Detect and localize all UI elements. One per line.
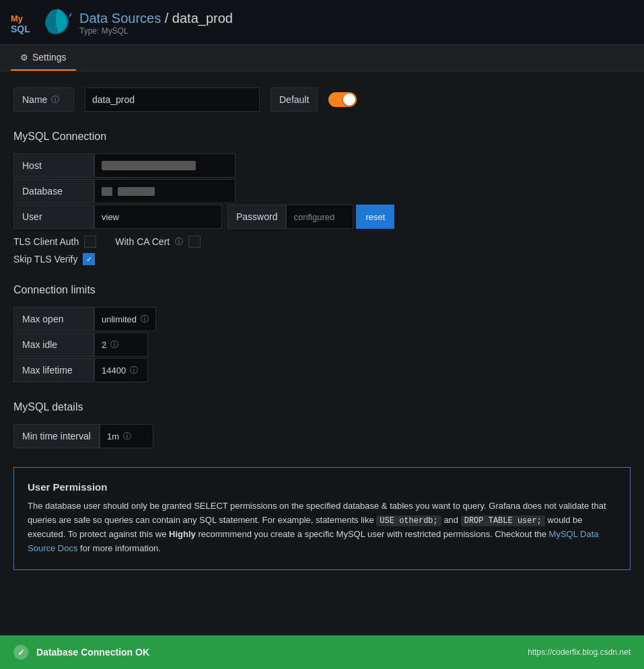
settings-icon: ⚙ xyxy=(20,52,28,63)
with-ca-cert-label: With CA Cert xyxy=(115,236,170,247)
skip-tls-row: Skip TLS Verify xyxy=(13,253,631,265)
connection-ok-message: Database Connection OK xyxy=(36,647,149,658)
permission-text-4: recommmend you create a specific MySQL u… xyxy=(196,529,549,539)
max-idle-row: Max idle 2 ⓘ xyxy=(13,332,631,357)
max-lifetime-label: Max lifetime xyxy=(13,358,94,382)
tls-client-auth-field: TLS Client Auth xyxy=(13,236,96,248)
data-sources-link[interactable]: Data Sources xyxy=(79,11,161,26)
permission-text-2: and xyxy=(441,515,461,525)
toggle-track xyxy=(328,92,357,107)
max-open-label: Max open xyxy=(13,307,94,331)
max-idle-label: Max idle xyxy=(13,332,94,357)
min-time-interval-row: Min time interval 1m ⓘ xyxy=(13,424,631,448)
max-open-input[interactable]: unlimited ⓘ xyxy=(94,307,156,331)
name-label: Name ⓘ xyxy=(13,87,74,112)
with-ca-cert-checkbox[interactable] xyxy=(188,236,201,248)
logo-area: My SQL xyxy=(11,8,71,38)
max-idle-info-icon[interactable]: ⓘ xyxy=(110,339,118,351)
header: My SQL Data Sources / data_prod Type: My… xyxy=(0,0,644,45)
user-permission-text: The database user should only be granted… xyxy=(28,499,616,556)
with-ca-cert-field: With CA Cert ⓘ xyxy=(115,236,201,248)
svg-text:My: My xyxy=(11,13,24,24)
password-label: Password xyxy=(227,205,286,229)
database-row: Database xyxy=(13,179,631,203)
skip-tls-verify-checkbox[interactable] xyxy=(83,253,95,265)
max-lifetime-row: Max lifetime 14400 ⓘ xyxy=(13,358,631,382)
mysql-connection-section: MySQL Connection Host Database User Pass… xyxy=(13,131,631,265)
connection-ok-banner: ✓ Database Connection OK https://coderfi… xyxy=(0,635,644,669)
breadcrumb-separator: / xyxy=(165,11,172,26)
breadcrumb-subtitle: Type: MySQL xyxy=(79,26,129,36)
skip-tls-verify-field: Skip TLS Verify xyxy=(13,253,95,265)
reset-button[interactable]: reset xyxy=(356,205,394,229)
host-masked xyxy=(102,161,196,170)
min-time-interval-label: Min time interval xyxy=(13,424,100,448)
ca-cert-info-icon[interactable]: ⓘ xyxy=(175,236,183,248)
connection-limits-section: Connection limits Max open unlimited ⓘ M… xyxy=(13,284,631,382)
max-idle-input[interactable]: 2 ⓘ xyxy=(94,332,148,357)
max-open-info-icon[interactable]: ⓘ xyxy=(141,314,149,325)
user-input[interactable] xyxy=(94,205,222,229)
toggle-thumb xyxy=(343,94,355,106)
tab-settings[interactable]: ⚙ Settings xyxy=(11,45,76,71)
name-info-icon[interactable]: ⓘ xyxy=(51,94,59,106)
name-input[interactable] xyxy=(85,87,260,112)
user-password-row: User Password configured reset xyxy=(13,205,631,229)
permission-text-5: for more information. xyxy=(77,543,161,553)
mysql-details-section: MySQL details Min time interval 1m ⓘ xyxy=(13,401,631,448)
permission-bold: Highly xyxy=(169,529,196,539)
tab-settings-label: Settings xyxy=(32,52,67,63)
mysql-connection-title: MySQL Connection xyxy=(13,131,631,143)
password-value: configured xyxy=(286,205,353,229)
host-input[interactable] xyxy=(94,153,236,178)
database-label: Database xyxy=(13,179,94,203)
svg-text:SQL: SQL xyxy=(11,24,30,34)
default-toggle[interactable] xyxy=(328,92,357,107)
max-open-row: Max open unlimited ⓘ xyxy=(13,307,631,331)
user-permission-title: User Permission xyxy=(28,481,616,493)
connection-ok-left: ✓ Database Connection OK xyxy=(13,645,149,660)
host-label: Host xyxy=(13,153,94,178)
mysql-details-title: MySQL details xyxy=(13,401,631,413)
permission-code-1: USE otherdb; xyxy=(376,516,441,526)
skip-tls-verify-label: Skip TLS Verify xyxy=(13,254,77,265)
host-row: Host xyxy=(13,153,631,178)
min-time-interval-value: 1m xyxy=(107,431,119,442)
breadcrumb-title: Data Sources / data_prod xyxy=(79,11,233,26)
connection-ok-url: https://coderfix.blog.csdn.net xyxy=(528,647,631,657)
tls-client-auth-checkbox[interactable] xyxy=(84,236,96,248)
min-time-interval-info-icon[interactable]: ⓘ xyxy=(123,431,131,442)
main-content: Name ⓘ Default MySQL Connection Host Dat… xyxy=(0,71,644,600)
max-lifetime-value: 14400 xyxy=(102,365,126,376)
min-time-interval-input[interactable]: 1m ⓘ xyxy=(100,424,153,448)
max-lifetime-info-icon[interactable]: ⓘ xyxy=(130,365,138,376)
tls-client-auth-label: TLS Client Auth xyxy=(13,236,79,247)
default-label-text: Default xyxy=(279,94,309,105)
user-label: User xyxy=(13,205,94,229)
tls-row: TLS Client Auth With CA Cert ⓘ xyxy=(13,236,631,248)
default-label: Default xyxy=(271,87,318,112)
breadcrumb-page: data_prod xyxy=(172,11,233,26)
max-lifetime-input[interactable]: 14400 ⓘ xyxy=(94,358,148,382)
tab-bar: ⚙ Settings xyxy=(0,45,644,71)
connection-ok-icon: ✓ xyxy=(13,645,28,660)
name-label-text: Name xyxy=(22,94,47,105)
breadcrumb: Data Sources / data_prod Type: MySQL xyxy=(79,11,233,36)
name-row: Name ⓘ Default xyxy=(13,87,631,112)
max-open-value: unlimited xyxy=(102,314,137,324)
connection-limits-title: Connection limits xyxy=(13,284,631,296)
max-idle-value: 2 xyxy=(102,340,106,350)
user-permission-box: User Permission The database user should… xyxy=(13,467,631,570)
permission-code-2: DROP TABLE user; xyxy=(461,516,545,526)
database-input[interactable] xyxy=(94,179,236,203)
mysql-logo: My SQL xyxy=(11,8,71,38)
